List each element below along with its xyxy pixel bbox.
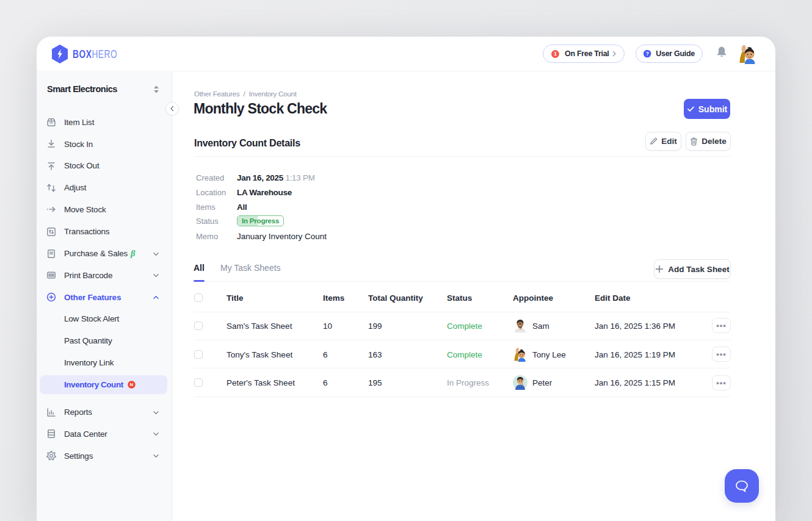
svg-text:1: 1 (554, 51, 557, 57)
svg-text:?: ? (646, 51, 649, 57)
svg-text:N: N (130, 382, 134, 387)
